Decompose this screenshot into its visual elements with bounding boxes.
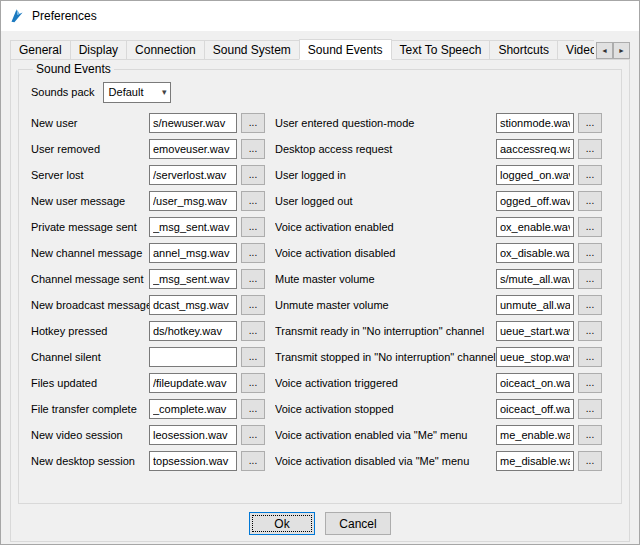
sound-file-input-channel-silent[interactable] xyxy=(149,347,237,367)
browse-button-channel-silent[interactable]: ... xyxy=(241,347,265,367)
sound-event-label: New channel message xyxy=(31,247,149,259)
sound-event-row-private-message-sent: Private message sent ... xyxy=(31,214,265,240)
sound-event-label: Voice activation enabled xyxy=(275,221,496,233)
sound-event-row-user-entered-question-mode: User entered question-mode ... xyxy=(275,110,602,136)
tab-general[interactable]: General xyxy=(10,40,71,59)
browse-button-unmute-master-volume[interactable]: ... xyxy=(578,295,602,315)
tab-sound-events[interactable]: Sound Events xyxy=(299,39,392,60)
sound-file-input-channel-message-sent[interactable] xyxy=(149,269,237,289)
browse-button-files-updated[interactable]: ... xyxy=(241,373,265,393)
sound-event-row-desktop-access-request: Desktop access request ... xyxy=(275,136,602,162)
browse-button-new-user-message[interactable]: ... xyxy=(241,191,265,211)
sound-event-row-new-video-session: New video session ... xyxy=(31,422,265,448)
sound-event-label: New video session xyxy=(31,429,149,441)
browse-button-new-channel-message[interactable]: ... xyxy=(241,243,265,263)
sound-event-label: Voice activation triggered xyxy=(275,377,496,389)
tab-label: Sound Events xyxy=(308,43,383,57)
browse-button-voice-activation-enabled-via-me-menu[interactable]: ... xyxy=(578,425,602,445)
browse-button-private-message-sent[interactable]: ... xyxy=(241,217,265,237)
sound-event-row-unmute-master-volume: Unmute master volume ... xyxy=(275,292,602,318)
sound-file-input-voice-activation-disabled-via-me-menu[interactable] xyxy=(496,451,574,471)
browse-button-voice-activation-disabled-via-me-menu[interactable]: ... xyxy=(578,451,602,471)
sound-event-label: Channel silent xyxy=(31,351,149,363)
sound-file-input-new-channel-message[interactable] xyxy=(149,243,237,263)
sound-event-row-transmit-ready-in-no-interruption-channel: Transmit ready in "No interruption" chan… xyxy=(275,318,602,344)
window-title: Preferences xyxy=(32,9,97,23)
sound-event-row-new-user: New user ... xyxy=(31,110,265,136)
browse-button-hotkey-pressed[interactable]: ... xyxy=(241,321,265,341)
sound-file-input-transmit-stopped-in-no-interruption-channel[interactable] xyxy=(496,347,574,367)
dialog-button-row: Ok Cancel xyxy=(18,512,622,535)
sound-file-input-voice-activation-stopped[interactable] xyxy=(496,399,574,419)
tab-label: Text To Speech xyxy=(400,43,482,57)
sound-file-input-new-user[interactable] xyxy=(149,113,237,133)
sound-event-label: Transmit ready in "No interruption" chan… xyxy=(275,325,496,337)
browse-button-channel-message-sent[interactable]: ... xyxy=(241,269,265,289)
dialog-content: General Display Connection Sound System … xyxy=(1,31,639,542)
browse-button-file-transfer-complete[interactable]: ... xyxy=(241,399,265,419)
title-bar[interactable]: Preferences xyxy=(1,1,639,31)
sounds-pack-select[interactable]: Default ▾ xyxy=(103,82,171,103)
browse-button-new-desktop-session[interactable]: ... xyxy=(241,451,265,471)
tab-scroll-left-button[interactable]: ◄ xyxy=(596,42,613,59)
sound-file-input-voice-activation-enabled[interactable] xyxy=(496,217,574,237)
browse-button-new-video-session[interactable]: ... xyxy=(241,425,265,445)
browse-button-user-logged-out[interactable]: ... xyxy=(578,191,602,211)
tab-label: Shortcuts xyxy=(498,43,549,57)
sound-event-row-new-user-message: New user message ... xyxy=(31,188,265,214)
browse-button-transmit-stopped-in-no-interruption-channel[interactable]: ... xyxy=(578,347,602,367)
sound-file-input-voice-activation-enabled-via-me-menu[interactable] xyxy=(496,425,574,445)
sound-file-input-new-desktop-session[interactable] xyxy=(149,451,237,471)
browse-button-new-broadcast-message[interactable]: ... xyxy=(241,295,265,315)
sound-file-input-voice-activation-triggered[interactable] xyxy=(496,373,574,393)
browse-button-desktop-access-request[interactable]: ... xyxy=(578,139,602,159)
browse-button-mute-master-volume[interactable]: ... xyxy=(578,269,602,289)
tab-display[interactable]: Display xyxy=(70,40,127,59)
sound-file-input-new-broadcast-message[interactable] xyxy=(149,295,237,315)
sound-event-row-hotkey-pressed: Hotkey pressed ... xyxy=(31,318,265,344)
sound-event-row-voice-activation-disabled-via-me-menu: Voice activation disabled via "Me" menu … xyxy=(275,448,602,474)
sound-file-input-server-lost[interactable] xyxy=(149,165,237,185)
sound-file-input-file-transfer-complete[interactable] xyxy=(149,399,237,419)
chevron-down-icon: ▾ xyxy=(162,87,167,97)
tab-connection[interactable]: Connection xyxy=(126,40,205,59)
sound-event-row-server-lost: Server lost ... xyxy=(31,162,265,188)
sound-file-input-user-entered-question-mode[interactable] xyxy=(496,113,574,133)
cancel-button[interactable]: Cancel xyxy=(325,512,391,535)
sound-file-input-unmute-master-volume[interactable] xyxy=(496,295,574,315)
browse-button-voice-activation-enabled[interactable]: ... xyxy=(578,217,602,237)
sound-file-input-new-user-message[interactable] xyxy=(149,191,237,211)
browse-button-server-lost[interactable]: ... xyxy=(241,165,265,185)
browse-button-voice-activation-disabled[interactable]: ... xyxy=(578,243,602,263)
browse-button-user-entered-question-mode[interactable]: ... xyxy=(578,113,602,133)
sound-file-input-hotkey-pressed[interactable] xyxy=(149,321,237,341)
sound-file-input-mute-master-volume[interactable] xyxy=(496,269,574,289)
browse-button-transmit-ready-in-no-interruption-channel[interactable]: ... xyxy=(578,321,602,341)
sound-file-input-new-video-session[interactable] xyxy=(149,425,237,445)
sound-event-row-voice-activation-triggered: Voice activation triggered ... xyxy=(275,370,602,396)
tab-text-to-speech[interactable]: Text To Speech xyxy=(391,40,491,59)
ok-button[interactable]: Ok xyxy=(249,512,315,535)
sound-file-input-private-message-sent[interactable] xyxy=(149,217,237,237)
sound-file-input-transmit-ready-in-no-interruption-channel[interactable] xyxy=(496,321,574,341)
browse-button-user-removed[interactable]: ... xyxy=(241,139,265,159)
tab-sound-system[interactable]: Sound System xyxy=(204,40,300,59)
browse-button-voice-activation-triggered[interactable]: ... xyxy=(578,373,602,393)
sound-event-label: New desktop session xyxy=(31,455,149,467)
sound-file-input-user-logged-out[interactable] xyxy=(496,191,574,211)
browse-button-voice-activation-stopped[interactable]: ... xyxy=(578,399,602,419)
sound-event-row-voice-activation-stopped: Voice activation stopped ... xyxy=(275,396,602,422)
sound-event-label: New broadcast message xyxy=(31,299,149,311)
sound-file-input-user-removed[interactable] xyxy=(149,139,237,159)
sound-event-label: Voice activation disabled xyxy=(275,247,496,259)
tab-shortcuts[interactable]: Shortcuts xyxy=(489,40,558,59)
tab-label: Video xyxy=(566,43,596,57)
sound-file-input-user-logged-in[interactable] xyxy=(496,165,574,185)
browse-button-user-logged-in[interactable]: ... xyxy=(578,165,602,185)
sound-event-label: User logged in xyxy=(275,169,496,181)
tab-scroll-right-button[interactable]: ► xyxy=(613,42,630,59)
sound-file-input-desktop-access-request[interactable] xyxy=(496,139,574,159)
sound-file-input-voice-activation-disabled[interactable] xyxy=(496,243,574,263)
sound-file-input-files-updated[interactable] xyxy=(149,373,237,393)
browse-button-new-user[interactable]: ... xyxy=(241,113,265,133)
